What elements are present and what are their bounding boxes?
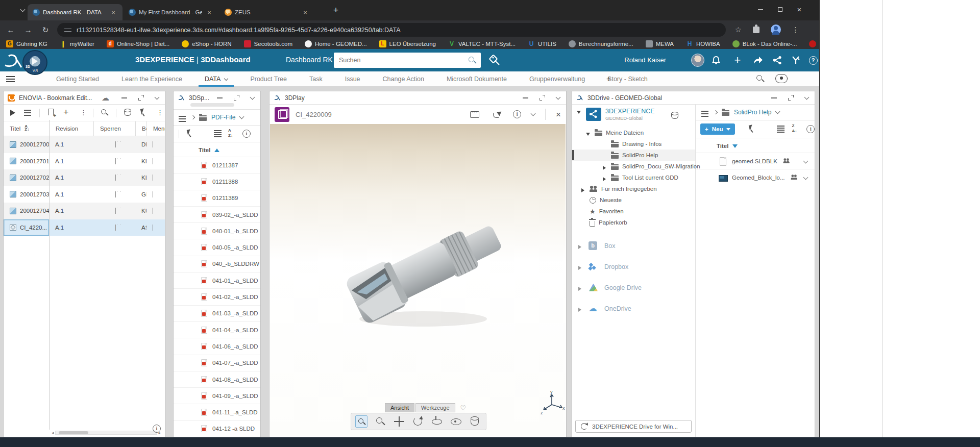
toolbar-icon[interactable] [23,108,33,118]
tree-root-3dexperience[interactable]: 3DEXPERIENCE GEOMED-Global [572,105,695,127]
expand-widget-icon[interactable] [540,95,545,101]
list-item[interactable]: 040-01_-b_SLDD [174,222,260,239]
search-input[interactable] [334,57,468,64]
row-menu-chevron-icon[interactable] [153,191,153,197]
tab-ansicht[interactable]: Ansicht [385,403,414,412]
list-item[interactable]: 040_-b_SLDDRW [174,256,260,272]
info-icon[interactable] [152,424,162,434]
window-close-button[interactable]: × [790,0,808,18]
user-name[interactable]: Roland Kaiser [592,56,666,64]
tree-item[interactable]: Für mich freigegeben [572,183,695,194]
column-sperren[interactable]: Sperren [93,121,135,136]
row-menu-chevron-icon[interactable] [153,141,153,147]
cloud-icon[interactable] [101,93,110,103]
tree-item[interactable]: Drawing - Infos [572,138,695,150]
toolbar-icon[interactable] [746,124,756,134]
toolbar-icon[interactable] [122,108,133,118]
minimize-widget-icon[interactable] [771,97,777,98]
caret-icon[interactable] [603,177,606,181]
compass-navigation-badge[interactable]: 3D V.R [22,50,47,75]
caret-icon[interactable] [603,166,606,170]
window-minimize-button[interactable] [751,0,770,18]
row-menu-chevron-icon[interactable] [803,159,808,164]
viewer-tool-icon[interactable] [431,415,443,428]
minimize-widget-icon[interactable] [217,97,223,98]
viewer-tool-icon[interactable] [374,415,386,428]
toolbar-icon[interactable] [776,124,786,134]
bookmark-item[interactable]: G Gühring KG [6,40,47,47]
row-menu-chevron-icon[interactable] [153,208,153,214]
file-row[interactable]: geomed.SLDBLK [696,153,815,169]
share-network-icon[interactable] [771,54,784,66]
list-item[interactable]: 039-02_-a_SLDD [174,206,260,222]
toolbar-icon[interactable] [77,108,87,118]
toolbar-icon[interactable] [116,109,116,117]
tree-item[interactable]: Meine Dateien [572,127,695,138]
breadcrumb-folder[interactable]: SolidPro Help [734,109,771,116]
bookmark-item[interactable]: ❙ myWalter [60,40,94,47]
add-content-icon[interactable]: + [731,54,744,66]
tree-item[interactable]: Neueste [572,194,695,206]
cloud-service-item[interactable]: OneDrive [572,298,695,319]
toolbar-icon[interactable] [39,109,40,117]
toolbar-icon[interactable] [8,108,18,118]
widget-menu-chevron-icon[interactable] [804,94,810,100]
chevron-down-icon[interactable] [239,114,244,119]
extensions-icon[interactable] [753,27,760,33]
table-row[interactable]: 200012703 A.1 GE [4,186,165,203]
bookmark-item[interactable]: L LEO Übersetzung [379,40,436,47]
sort-column-header[interactable]: Titel [174,142,260,157]
bookmark-item[interactable]: BLok - Das Online-... [732,40,797,47]
row-menu-chevron-icon[interactable] [153,175,153,181]
sort-icon[interactable] [23,125,30,133]
chevron-down-icon[interactable] [775,109,780,114]
favorite-heart-icon[interactable]: ♡ [460,404,467,412]
presentation-mode-icon[interactable] [775,74,788,83]
tree-item[interactable]: Tool List current GDD [572,172,695,183]
tab-close-icon[interactable]: × [205,9,213,16]
caret-right-icon[interactable] [578,308,581,312]
horizontal-scrollbar[interactable]: ◂▸ [51,430,162,435]
bookmark-item[interactable]: d Online-Shop | Diet... [107,40,169,47]
toolbar-icon[interactable] [241,129,252,139]
dashboard-title[interactable]: Dashboard RK [286,56,340,64]
drive-sync-button[interactable]: 3DEXPERIENCE Drive for Win... [575,420,692,433]
dashboard-search-icon[interactable] [755,73,765,84]
bookmark-item[interactable]: H HOWIBA [686,40,720,47]
3d-model[interactable] [339,206,518,338]
bookmark-item[interactable]: Home - GEOMED... [305,40,367,47]
caret-icon[interactable] [586,133,590,136]
list-item[interactable]: 041-12 -a SLDD [174,420,260,437]
panel-menu-icon[interactable] [700,109,709,116]
list-item[interactable]: 01211388 [174,173,260,189]
viewer-tool-icon[interactable] [393,415,405,428]
list-item[interactable]: 040-05_-a_SLDD [174,239,260,255]
browser-tab[interactable]: ZEUS × [219,4,314,20]
expand-widget-icon[interactable] [138,95,144,101]
column-menu[interactable]: Menü [146,121,165,136]
viewer-tool-icon[interactable] [450,415,462,428]
forward-button[interactable]: → [21,23,35,37]
site-settings-icon[interactable] [64,28,71,33]
list-item[interactable]: 041-09_-a_SLDD [174,387,260,404]
bookmark-item[interactable]: MEWA [646,40,674,47]
toolbar-icon[interactable] [153,108,163,118]
widget-menu-icon[interactable] [178,114,187,121]
dashboard-tab[interactable]: DATA [205,71,228,87]
caret-right-icon[interactable] [578,287,581,291]
cloud-service-item[interactable]: Google Drive [572,277,695,298]
database-icon[interactable] [670,111,680,121]
list-item[interactable]: 041-03_-a_SLDD [174,305,260,321]
bookmark-item[interactable]: Berechnungsforme... [569,40,633,47]
column-revision[interactable]: Revision [49,121,93,136]
info-icon[interactable] [512,109,522,119]
toolbar-icon[interactable] [93,109,93,117]
widget-menu-chevron-icon[interactable] [155,94,160,100]
bookmark-item[interactable]: Secotools.com [244,40,292,47]
cloud-service-item[interactable]: Dropbox [572,256,695,277]
table-row[interactable]: 200012700 A.1 DR [4,136,165,153]
global-search[interactable] [334,53,481,68]
caret-down-icon[interactable] [577,111,581,114]
list-item[interactable]: 01211387 [174,157,260,173]
toolbar-icon[interactable] [179,130,179,138]
